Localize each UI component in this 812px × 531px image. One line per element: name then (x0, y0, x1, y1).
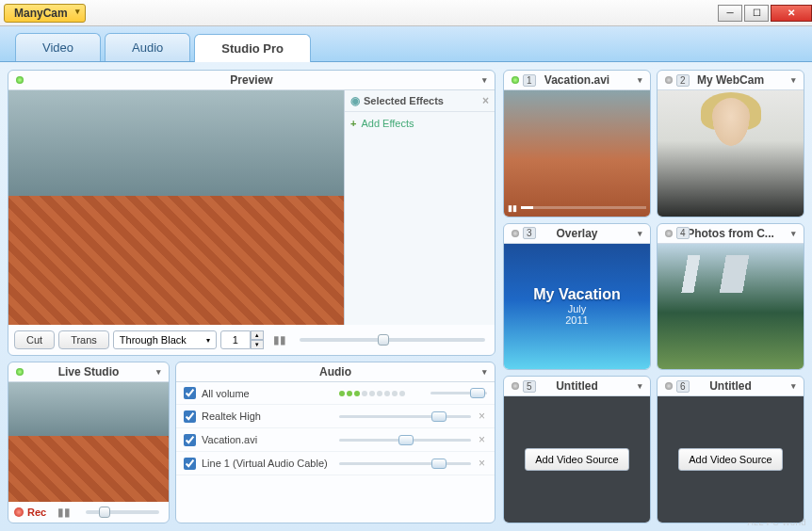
source-tile-3: 3Overlay▾My VacationJuly2011 (503, 223, 651, 371)
playback-bar[interactable]: ▮▮ (508, 203, 646, 213)
source-menu-caret[interactable]: ▾ (638, 229, 642, 238)
source-led (512, 76, 519, 84)
source-menu-caret[interactable]: ▾ (791, 75, 796, 85)
source-title: My WebCam (697, 73, 764, 87)
source-viewport[interactable]: ▮▮ (504, 90, 650, 217)
source-viewport[interactable]: Add Video Source (658, 396, 804, 523)
live-studio-viewport[interactable] (8, 382, 169, 502)
duration-input[interactable] (220, 330, 251, 349)
audio-row: All volume (176, 382, 495, 405)
tab-audio[interactable]: Audio (105, 33, 190, 61)
duration-field[interactable]: ▲▼ (220, 330, 264, 349)
eye-icon: ◉ (350, 94, 360, 107)
record-button[interactable]: Rec (14, 507, 46, 518)
source-title: Vacation.avi (544, 73, 609, 87)
effects-pane: ◉ Selected Effects × + Add Effects (344, 90, 495, 325)
source-viewport[interactable] (658, 90, 804, 217)
audio-label: Realtek High (202, 410, 333, 422)
remove-audio-icon[interactable]: × (477, 457, 487, 470)
remove-audio-icon[interactable]: × (477, 410, 487, 423)
volume-slider[interactable] (339, 415, 471, 418)
cut-button[interactable]: Cut (14, 330, 55, 349)
source-title: Overlay (556, 227, 597, 240)
preview-slider[interactable] (300, 338, 485, 342)
audio-label: Line 1 (Virtual Audio Cable) (202, 458, 333, 469)
source-tile-6: 6Untitled▾Add Video Source (657, 376, 804, 523)
source-number: 3 (523, 227, 536, 239)
app-menu-button[interactable]: ManyCam (4, 4, 86, 23)
live-slider[interactable] (86, 510, 159, 514)
preview-title: Preview (230, 73, 272, 87)
source-tile-1: 1Vacation.avi▾▮▮ (503, 70, 651, 217)
volume-slider[interactable] (339, 439, 471, 442)
close-effects-icon[interactable]: × (482, 94, 489, 107)
audio-menu-caret[interactable]: ▾ (482, 367, 487, 377)
live-pause-icon[interactable]: ▮▮ (57, 506, 71, 519)
effects-title: Selected Effects (364, 95, 444, 106)
preview-header: Preview ▾ (8, 71, 495, 90)
add-video-source-button[interactable]: Add Video Source (678, 448, 782, 471)
transition-select[interactable]: Through Black▾ (113, 330, 217, 349)
maximize-button[interactable]: ☐ (744, 5, 769, 22)
audio-label: Vacation.avi (202, 434, 333, 445)
add-effects-button[interactable]: + Add Effects (345, 112, 495, 135)
live-status-led (16, 368, 24, 376)
audio-enable-checkbox[interactable] (184, 410, 196, 423)
source-menu-caret[interactable]: ▾ (791, 381, 796, 391)
audio-row: Vacation.avi× (176, 428, 495, 452)
live-studio-title: Live Studio (58, 365, 120, 378)
volume-slider[interactable] (339, 462, 471, 465)
source-number: 1 (523, 74, 536, 87)
audio-row: Realtek High× (176, 405, 495, 428)
source-title: Untitled (709, 379, 752, 393)
window-controls: ─ ☐ ✕ (716, 5, 812, 22)
source-led (665, 382, 673, 390)
live-menu-caret[interactable]: ▾ (156, 367, 161, 377)
source-menu-caret[interactable]: ▾ (638, 75, 642, 85)
workspace: Preview ▾ ◉ Selected Effects × + Add Eff… (0, 62, 812, 531)
source-tile-2: 2My WebCam▾ (657, 70, 804, 217)
spin-down[interactable]: ▼ (251, 340, 264, 349)
source-viewport[interactable]: My VacationJuly2011 (504, 244, 650, 370)
source-number: 5 (523, 380, 536, 393)
preview-panel: Preview ▾ ◉ Selected Effects × + Add Eff… (8, 70, 495, 356)
source-number: 2 (676, 74, 690, 87)
spin-up[interactable]: ▲ (251, 330, 264, 340)
trans-button[interactable]: Trans (58, 330, 109, 349)
plus-icon: + (350, 118, 356, 129)
close-button[interactable]: ✕ (771, 5, 812, 22)
pause-icon[interactable]: ▮▮ (273, 333, 286, 346)
audio-enable-checkbox[interactable] (184, 458, 196, 470)
source-viewport[interactable] (658, 244, 804, 370)
remove-audio-icon[interactable]: × (477, 433, 487, 446)
preview-menu-caret[interactable]: ▾ (482, 75, 487, 85)
preview-controls: Cut Trans Through Black▾ ▲▼ ▮▮ (8, 325, 495, 355)
audio-row: Line 1 (Virtual Audio Cable)× (176, 452, 495, 475)
minimize-button[interactable]: ─ (718, 5, 742, 22)
source-menu-caret[interactable]: ▾ (638, 381, 642, 391)
source-led (665, 76, 673, 84)
source-viewport[interactable]: Add Video Source (504, 396, 650, 523)
source-tile-4: 4Photos from C...▾ (657, 223, 804, 371)
source-led (665, 230, 673, 237)
live-studio-panel: Live Studio ▾ Rec ▮▮ (8, 362, 170, 523)
audio-panel: Audio ▾ All volumeRealtek High×Vacation.… (175, 362, 495, 523)
main-tabs: Video Audio Studio Pro (0, 26, 812, 62)
source-title: Untitled (556, 379, 598, 393)
audio-enable-checkbox[interactable] (184, 387, 196, 399)
source-led (512, 230, 519, 237)
source-number: 6 (676, 380, 690, 393)
tab-studio-pro[interactable]: Studio Pro (194, 34, 311, 62)
overlay-title: My Vacation (533, 286, 620, 303)
master-volume-slider[interactable] (430, 392, 487, 394)
source-tile-5: 5Untitled▾Add Video Source (503, 376, 651, 523)
titlebar: ManyCam ─ ☐ ✕ (0, 0, 812, 26)
audio-enable-checkbox[interactable] (184, 434, 196, 446)
preview-viewport[interactable] (8, 90, 344, 325)
record-icon (14, 507, 24, 517)
audio-title: Audio (319, 365, 351, 378)
audio-label: All volume (202, 388, 333, 399)
source-menu-caret[interactable]: ▾ (791, 229, 796, 238)
add-video-source-button[interactable]: Add Video Source (525, 448, 628, 471)
tab-video[interactable]: Video (15, 33, 101, 61)
